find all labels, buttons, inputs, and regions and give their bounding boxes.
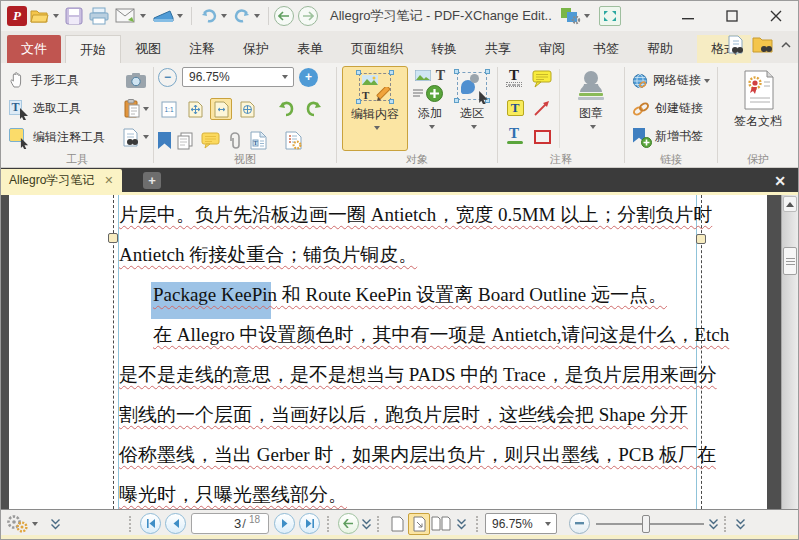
- select-tool-button[interactable]: T 选取工具: [5, 96, 123, 122]
- previous-page-button[interactable]: [165, 513, 186, 534]
- tab-close-icon[interactable]: ✕: [104, 174, 113, 187]
- hand-tool-button[interactable]: 手形工具: [5, 67, 123, 93]
- view-history-button[interactable]: [361, 518, 372, 530]
- zoom-out-slider-button[interactable]: [569, 513, 590, 534]
- new-tab-button[interactable]: +: [143, 172, 161, 189]
- find-document-button[interactable]: [726, 35, 746, 55]
- first-page-button[interactable]: [140, 513, 161, 534]
- tab-view[interactable]: 视图: [121, 35, 175, 63]
- minimize-button[interactable]: [666, 1, 710, 31]
- previous-view-button[interactable]: [338, 513, 359, 534]
- layout-more-button[interactable]: [456, 518, 467, 530]
- rectangle-tool-button[interactable]: [529, 124, 555, 150]
- text-style-button[interactable]: T: [502, 124, 528, 150]
- web-link-button[interactable]: 网络链接: [629, 67, 713, 94]
- open-button[interactable]: [27, 4, 62, 28]
- zoom-more-button[interactable]: [708, 518, 719, 530]
- actual-size-button[interactable]: 1:1: [158, 98, 180, 120]
- document-line[interactable]: 俗称墨线，当出 Gerber 时，如果内层出负片，则只出墨线，PCB 板厂在: [119, 442, 704, 468]
- sticky-note-button[interactable]: [529, 66, 555, 92]
- document-line[interactable]: 曝光时，只曝光墨线部分。: [119, 482, 704, 508]
- statusbar-settings-button[interactable]: [5, 514, 38, 534]
- content-pane-button[interactable]: T: [250, 131, 267, 150]
- arrow-tool-button[interactable]: [529, 95, 555, 121]
- fullscreen-button[interactable]: [599, 6, 621, 26]
- zoom-slider-handle[interactable]: [642, 515, 650, 533]
- tab-file[interactable]: 文件: [7, 35, 61, 63]
- statusbar-overflow-button[interactable]: [735, 518, 746, 530]
- document-line[interactable]: 在 Allegro 中设置颜色时，其中有一项是 Antietch,请问这是什么，…: [119, 322, 704, 348]
- fit-visible-button[interactable]: [236, 98, 258, 120]
- bookmarks-pane-button[interactable]: [158, 132, 171, 149]
- tab-protect[interactable]: 保护: [229, 35, 283, 63]
- maximize-button[interactable]: [710, 1, 754, 31]
- last-page-button[interactable]: [299, 513, 320, 534]
- page-number-field[interactable]: 3 / 18: [191, 513, 269, 534]
- print-button[interactable]: [86, 4, 112, 28]
- search-button[interactable]: [123, 124, 149, 150]
- rotate-ccw-button[interactable]: [274, 98, 298, 120]
- properties-pane-button[interactable]: [285, 131, 302, 150]
- document-page[interactable]: 片层中。负片先沿板边画一圈 Antietch，宽度 0.5MM 以上；分割负片时…: [9, 195, 767, 509]
- fit-width-button[interactable]: [184, 98, 206, 120]
- close-button[interactable]: [754, 1, 798, 31]
- rotate-cw-button[interactable]: [302, 98, 326, 120]
- sign-document-button[interactable]: 签名文档: [726, 66, 790, 151]
- snapshot-button[interactable]: [123, 67, 149, 93]
- redo-button[interactable]: [230, 4, 263, 28]
- tab-convert[interactable]: 转换: [417, 35, 471, 63]
- save-button[interactable]: [62, 4, 86, 28]
- tab-bookmark[interactable]: 书签: [579, 35, 633, 63]
- zoom-in-button[interactable]: +: [299, 68, 318, 87]
- back-button[interactable]: [274, 6, 294, 26]
- paste-button[interactable]: [123, 96, 149, 122]
- close-document-button[interactable]: ✕: [768, 171, 792, 190]
- undo-button[interactable]: [197, 4, 230, 28]
- add-bookmark-button[interactable]: 新增书签: [629, 123, 713, 150]
- tab-share[interactable]: 共享: [471, 35, 525, 63]
- thumbnails-pane-button[interactable]: [177, 132, 195, 150]
- expand-panel-button[interactable]: [50, 518, 61, 530]
- selection-button[interactable]: 选区: [452, 66, 492, 151]
- edit-content-button[interactable]: T 编辑内容: [342, 66, 408, 151]
- document-line[interactable]: Antietch 衔接处重合；铺负片铜皮。: [119, 242, 704, 268]
- document-line[interactable]: 割线的一个层面，当画好以后，跑负片层时，这些线会把 Shape 分开: [119, 402, 704, 428]
- create-link-button[interactable]: 创建链接: [629, 95, 713, 122]
- typewriter-button[interactable]: T: [502, 66, 528, 92]
- scan-button[interactable]: [149, 4, 186, 28]
- zoom-combo[interactable]: 96.75%: [182, 67, 294, 87]
- document-tab[interactable]: Allegro学习笔记 ✕: [1, 169, 122, 192]
- tab-organize[interactable]: 页面组织: [337, 35, 417, 63]
- vertical-scrollbar[interactable]: [781, 195, 798, 509]
- forward-button[interactable]: [298, 6, 318, 26]
- collapse-ribbon-icon[interactable]: [780, 41, 792, 49]
- add-object-button[interactable]: T 添加: [410, 66, 450, 151]
- tab-home[interactable]: 开始: [65, 35, 121, 63]
- selection-handle-left[interactable]: [108, 233, 118, 243]
- two-page-button[interactable]: [430, 513, 452, 535]
- zoom-out-button[interactable]: −: [158, 68, 177, 87]
- email-button[interactable]: [112, 4, 149, 28]
- next-page-button[interactable]: [274, 513, 295, 534]
- comments-pane-button[interactable]: [201, 132, 220, 149]
- zoom-slider[interactable]: [596, 514, 704, 534]
- tab-help[interactable]: 帮助: [633, 35, 687, 63]
- selected-text[interactable]: Package KeePin: [153, 284, 277, 305]
- session-button[interactable]: [558, 4, 593, 28]
- scroll-up-button[interactable]: [783, 196, 797, 212]
- fit-page-button[interactable]: [210, 98, 232, 120]
- attachments-pane-button[interactable]: [226, 132, 244, 150]
- document-line[interactable]: 片层中。负片先沿板边画一圈 Antietch，宽度 0.5MM 以上；分割负片时: [119, 202, 704, 228]
- edit-comment-tool-button[interactable]: 编辑注释工具: [5, 124, 123, 150]
- statusbar-zoom-combo[interactable]: 96.75%: [485, 513, 557, 534]
- continuous-page-button[interactable]: [408, 513, 430, 535]
- document-line[interactable]: Package KeePin 和 Route KeePin 设置离 Board …: [119, 282, 704, 308]
- find-folder-button[interactable]: [752, 36, 774, 54]
- tab-comment[interactable]: 注释: [175, 35, 229, 63]
- document-line[interactable]: 是不是走线的意思，是不是想当与 PADS 中的 Trace，是负片层用来画分: [119, 362, 704, 388]
- tab-review[interactable]: 审阅: [525, 35, 579, 63]
- text-box-button[interactable]: T: [502, 95, 528, 121]
- scrollbar-thumb[interactable]: [783, 247, 797, 275]
- single-page-button[interactable]: [386, 513, 408, 535]
- stamp-button[interactable]: 图章: [565, 66, 617, 151]
